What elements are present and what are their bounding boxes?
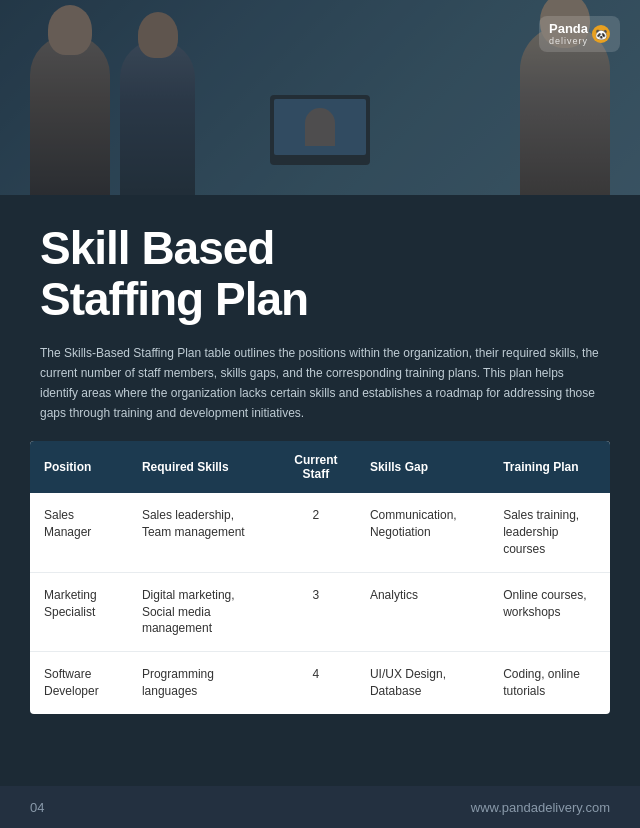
table-section: Position Required Skills Current Staff S…	[0, 441, 640, 786]
logo: Panda delivery 🐼	[539, 16, 620, 52]
cell-gap-1: Analytics	[356, 572, 489, 651]
cell-position-2: Software Developer	[30, 652, 128, 714]
main-title: Skill Based Staffing Plan	[40, 223, 600, 324]
cell-staff-1: 3	[276, 572, 356, 651]
cell-staff-0: 2	[276, 493, 356, 572]
cell-skills-0: Sales leadership, Team management	[128, 493, 276, 572]
footer-url: www.pandadelivery.com	[471, 800, 610, 815]
cell-skills-2: Programming languages	[128, 652, 276, 714]
col-header-position: Position	[30, 441, 128, 493]
table-row: Marketing Specialist Digital marketing, …	[30, 572, 610, 651]
cell-training-1: Online courses, workshops	[489, 572, 610, 651]
cell-gap-2: UI/UX Design, Database	[356, 652, 489, 714]
page: Panda delivery 🐼 Skill Based Staffing Pl…	[0, 0, 640, 828]
col-header-gap: Skills Gap	[356, 441, 489, 493]
table-row: Software Developer Programming languages…	[30, 652, 610, 714]
cell-training-2: Coding, online tutorials	[489, 652, 610, 714]
col-header-staff: Current Staff	[276, 441, 356, 493]
table-header-row: Position Required Skills Current Staff S…	[30, 441, 610, 493]
col-header-skills: Required Skills	[128, 441, 276, 493]
cell-gap-0: Communication, Negotiation	[356, 493, 489, 572]
table-row: Sales Manager Sales leadership, Team man…	[30, 493, 610, 572]
title-section: Skill Based Staffing Plan	[0, 195, 640, 344]
logo-name: Panda	[549, 22, 588, 36]
logo-sub: delivery	[549, 36, 588, 46]
cell-position-0: Sales Manager	[30, 493, 128, 572]
col-header-training: Training Plan	[489, 441, 610, 493]
hero-image: Panda delivery 🐼	[0, 0, 640, 195]
logo-icon: 🐼	[592, 25, 610, 43]
cell-position-1: Marketing Specialist	[30, 572, 128, 651]
footer-page-number: 04	[30, 800, 44, 815]
cell-staff-2: 4	[276, 652, 356, 714]
footer: 04 www.pandadelivery.com	[0, 786, 640, 828]
cell-skills-1: Digital marketing, Social media manageme…	[128, 572, 276, 651]
description-text: The Skills-Based Staffing Plan table out…	[40, 344, 600, 423]
cell-training-0: Sales training, leadership courses	[489, 493, 610, 572]
staffing-table: Position Required Skills Current Staff S…	[30, 441, 610, 713]
description-section: The Skills-Based Staffing Plan table out…	[0, 344, 640, 441]
